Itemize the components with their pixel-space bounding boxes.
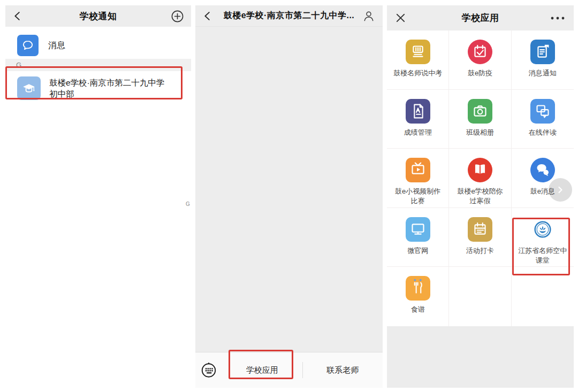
app-item[interactable]: 班级相册 <box>449 90 511 149</box>
alphabet-index-letter[interactable]: G <box>186 201 190 207</box>
chat-screen: 鼓楼e学校·南京市第二十九中学... <box>195 5 383 388</box>
chat-bubble-icon <box>17 35 39 56</box>
app-item[interactable]: 鼓e小视频制作比赛 <box>387 149 449 208</box>
apps-grid: 鼓楼名师说中考 鼓e防疫 消息通知 成绩管理 <box>387 30 574 326</box>
empty-grid-cell <box>449 267 511 326</box>
keyboard-icon[interactable] <box>195 362 222 379</box>
plus-icon[interactable] <box>171 10 184 23</box>
app-item-label: 鼓e防疫 <box>468 68 492 78</box>
air-classroom-logo-icon <box>530 217 555 242</box>
next-page-icon[interactable] <box>549 178 572 202</box>
apps-header: 学校应用 <box>387 5 574 30</box>
app-item[interactable]: 鼓楼名师说中考 <box>387 30 449 90</box>
fork-knife-icon <box>406 276 430 301</box>
graduation-cap-icon <box>17 76 41 100</box>
chat-message-area <box>195 27 383 352</box>
message-bubbles-icon <box>530 158 555 182</box>
video-tv-icon <box>406 158 430 182</box>
app-item[interactable]: 微官网 <box>387 208 449 267</box>
school-contact-name: 鼓楼e学校·南京市第二十九中学 初中部 <box>49 77 164 99</box>
app-item[interactable]: 鼓e防疫 <box>449 30 511 90</box>
notice-header: 学校通知 <box>5 5 191 27</box>
app-item-air-classroom[interactable]: 江苏省名师空中课堂 <box>512 208 574 267</box>
menu-school-apps[interactable]: 学校应用 <box>222 365 302 375</box>
app-item-label: 消息通知 <box>529 68 557 78</box>
apps-screen: 学校应用 鼓楼名师说中考 鼓e防疫 <box>387 5 574 388</box>
school-contact-item[interactable]: 鼓楼e学校·南京市第二十九中学 初中部 <box>5 71 191 105</box>
app-item-label: 江苏省名师空中课堂 <box>518 246 567 265</box>
app-item[interactable]: 消息通知 <box>512 30 574 90</box>
messages-label: 消息 <box>48 40 65 51</box>
app-item[interactable]: 食谱 <box>387 267 449 326</box>
app-item-label: 鼓楼名师说中考 <box>393 68 442 78</box>
app-item[interactable]: 成绩管理 <box>387 90 449 149</box>
contact-person-icon[interactable] <box>362 10 375 22</box>
app-item-label: 活动打卡 <box>466 246 494 256</box>
app-item-label: 鼓e小视频制作比赛 <box>395 187 440 206</box>
more-icon[interactable] <box>550 16 565 20</box>
open-book-icon <box>468 158 492 182</box>
chat-title: 鼓楼e学校·南京市第二十九中学... <box>195 10 383 21</box>
grade-report-icon <box>406 99 430 124</box>
chat-header: 鼓楼e学校·南京市第二十九中学... <box>195 5 383 27</box>
empty-grid-cell <box>512 267 574 326</box>
app-item[interactable]: 活动打卡 <box>449 208 511 267</box>
screenshot-canvas: 学校通知 消息 G <box>0 0 578 392</box>
app-item-label: 成绩管理 <box>404 128 432 137</box>
lecture-podium-icon <box>406 40 430 64</box>
calendar-check-icon <box>468 40 492 64</box>
reading-chat-icon <box>530 99 555 124</box>
app-item-label: 鼓楼e学校陪你过寒假 <box>457 187 503 206</box>
back-icon[interactable] <box>202 10 214 22</box>
apps-title: 学校应用 <box>387 12 574 24</box>
notice-document-icon <box>530 40 555 64</box>
section-header-g: G <box>5 59 191 71</box>
app-item-label: 微官网 <box>407 246 428 256</box>
camera-icon <box>468 99 492 124</box>
messages-item[interactable]: 消息 <box>5 32 191 59</box>
menu-contact-teacher[interactable]: 联系老师 <box>303 365 383 375</box>
notice-screen: 学校通知 消息 G <box>5 5 191 388</box>
app-item-label: 在线伴读 <box>529 128 557 137</box>
monitor-icon <box>406 217 430 242</box>
chat-menu-bar: 学校应用 联系老师 <box>195 352 383 388</box>
app-item[interactable]: 在线伴读 <box>512 90 574 149</box>
close-icon[interactable] <box>396 13 406 23</box>
back-icon[interactable] <box>12 10 24 22</box>
calendar-checkin-icon <box>468 217 492 242</box>
notice-title: 学校通知 <box>5 10 191 22</box>
app-item-label: 班级相册 <box>466 128 494 137</box>
app-item[interactable]: 鼓楼e学校陪你过寒假 <box>449 149 511 208</box>
app-item-label: 食谱 <box>411 305 425 314</box>
apps-footer-area <box>387 326 574 388</box>
